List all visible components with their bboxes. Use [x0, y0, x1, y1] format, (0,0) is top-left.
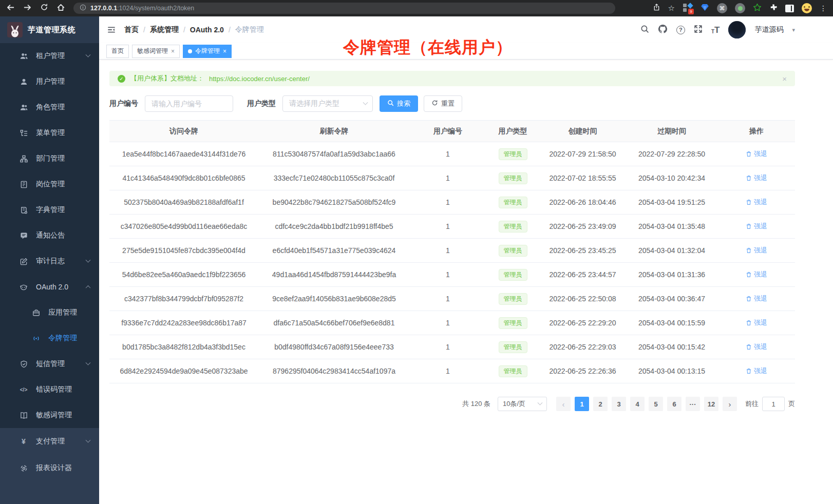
command-extension-icon[interactable]: ⌘	[717, 3, 727, 13]
doc-link[interactable]: https://doc.iocoder.cn/user-center/	[209, 75, 310, 83]
force-logout-button[interactable]: 强退	[746, 270, 767, 279]
app-logo-bar[interactable]: 芋道管理系统	[0, 16, 99, 43]
sidebar-item-pay[interactable]: ¥ 支付管理	[0, 428, 99, 455]
green-star-extension-icon[interactable]	[753, 3, 762, 14]
bookmark-star-icon[interactable]: ☆	[668, 4, 675, 13]
sidebar-item-oauth2[interactable]: OAuth 2.0	[0, 274, 99, 300]
side-panel-icon[interactable]	[785, 5, 794, 12]
collapse-sidebar-icon[interactable]	[107, 26, 116, 34]
extension-grid-icon[interactable]: 9	[683, 3, 693, 13]
page-button-12[interactable]: 12	[704, 397, 718, 411]
forward-icon[interactable]	[23, 3, 32, 14]
breadcrumb-system[interactable]: 系统管理	[150, 25, 179, 34]
sidebar-item-audit-log[interactable]: 审计日志	[0, 248, 99, 274]
table-row: 41c41346a548490f9dc8b01c6bfe0865 333ecfc…	[109, 166, 795, 190]
sidebar-item-oauth-app[interactable]: 应用管理	[0, 300, 99, 325]
page-size-select[interactable]: 10条/页	[498, 397, 547, 411]
puzzle-extensions-icon[interactable]	[769, 3, 778, 13]
home-icon[interactable]	[56, 3, 65, 14]
user-id-cell: 1	[410, 215, 486, 239]
back-icon[interactable]	[6, 3, 15, 14]
sidebar-item-post[interactable]: 岗位管理	[0, 171, 99, 197]
github-icon[interactable]	[658, 24, 668, 36]
tab-home[interactable]: 首页	[106, 45, 129, 58]
sidebar-item-dict[interactable]: 字典管理	[0, 197, 99, 223]
sidebar-item-menu[interactable]: 菜单管理	[0, 120, 99, 146]
page-button-6[interactable]: 6	[667, 397, 681, 411]
search-button[interactable]: 搜索	[380, 95, 418, 112]
breadcrumb-current: 令牌管理	[235, 25, 264, 34]
sidebar-item-role[interactable]: 角色管理	[0, 94, 99, 120]
force-logout-button[interactable]: 强退	[746, 342, 767, 352]
access-token-cell: b0d1785bc3a8482f812db4a3f3bd15ec	[109, 335, 258, 359]
force-logout-button[interactable]: 强退	[746, 149, 767, 159]
force-logout-label: 强退	[754, 246, 767, 255]
font-size-icon[interactable]: TT	[711, 26, 720, 34]
page-button-1[interactable]: 1	[575, 397, 589, 411]
url-path: :1024/system/oauth2/token	[117, 5, 194, 12]
gem-extension-icon[interactable]	[701, 4, 709, 13]
col-expires: 过期时间	[626, 121, 718, 142]
next-page-button[interactable]: ›	[723, 397, 737, 411]
sidebar-item-sms[interactable]: 短信管理	[0, 351, 99, 377]
tab-sensitive-word[interactable]: 敏感词管理 ×	[132, 45, 180, 58]
force-logout-button[interactable]: 强退	[746, 294, 767, 303]
fullscreen-icon[interactable]	[694, 25, 703, 35]
breadcrumb-home[interactable]: 首页	[124, 25, 139, 34]
page-button-5[interactable]: 5	[649, 397, 663, 411]
close-icon[interactable]: ×	[171, 48, 175, 55]
force-logout-label: 强退	[754, 294, 767, 303]
force-logout-button[interactable]: 强退	[746, 318, 767, 327]
avatar[interactable]	[728, 21, 746, 38]
force-logout-label: 强退	[754, 222, 767, 231]
sidebar-item-token[interactable]: 令牌管理	[0, 325, 99, 351]
user-id-input[interactable]	[145, 95, 233, 112]
browser-toolbar: 127.0.0.1:1024/system/oauth2/token ☆ 9 ⌘…	[0, 0, 833, 16]
sidebar-item-report-designer[interactable]: 报表设计器	[0, 455, 99, 481]
sidebar-item-label: 菜单管理	[36, 128, 65, 138]
alert-close-icon[interactable]: ×	[782, 74, 787, 83]
force-logout-button[interactable]: 强退	[746, 173, 767, 183]
caret-down-icon[interactable]: ▾	[792, 27, 795, 33]
tab-token[interactable]: 令牌管理 ×	[183, 45, 232, 58]
sidebar-item-notice[interactable]: 通知公告	[0, 223, 99, 248]
expires-cell: 2054-03-04 19:51:25	[626, 190, 718, 215]
page-button-2[interactable]: 2	[593, 397, 608, 411]
breadcrumb: 首页 / 系统管理 / OAuth 2.0 / 令牌管理	[124, 25, 264, 34]
goto-page-input[interactable]	[762, 397, 785, 411]
page-button-4[interactable]: 4	[630, 397, 645, 411]
force-logout-label: 强退	[754, 342, 767, 352]
reset-button[interactable]: 重置	[424, 95, 462, 112]
reload-icon[interactable]	[40, 3, 48, 13]
breadcrumb-separator: /	[229, 26, 231, 34]
trash-icon	[746, 320, 752, 326]
browser-menu-icon[interactable]: ⋮	[820, 4, 827, 12]
sidebar-item-user[interactable]: 用户管理	[0, 69, 99, 94]
emoji-profile-icon[interactable]	[802, 3, 812, 13]
close-icon[interactable]: ×	[223, 48, 226, 55]
pages-ellipsis-button[interactable]: ···	[686, 397, 700, 411]
search-icon[interactable]	[640, 25, 649, 35]
record-extension-icon[interactable]	[735, 3, 745, 13]
force-logout-button[interactable]: 强退	[746, 222, 767, 231]
site-info-icon[interactable]	[80, 4, 86, 12]
force-logout-button[interactable]: 强退	[746, 198, 767, 207]
sidebar-item-dept[interactable]: 部门管理	[0, 146, 99, 171]
force-logout-button[interactable]: 强退	[746, 366, 767, 376]
page-button-3[interactable]: 3	[612, 397, 626, 411]
refresh-token-cell: 49d1aa46d1454fbd87591444423be9fa	[258, 263, 410, 287]
access-token-cell: 41c41346a548490f9dc8b01c6bfe0865	[109, 166, 258, 190]
share-icon[interactable]	[653, 3, 660, 13]
sidebar-item-errcode[interactable]: </> 错误码管理	[0, 377, 99, 402]
user-type-select[interactable]: 请选择用户类型	[282, 95, 373, 112]
help-icon[interactable]: ?	[676, 26, 685, 34]
sidebar-item-tenant[interactable]: 租户管理	[0, 43, 99, 69]
sidebar-item-sensitive-word[interactable]: 敏感词管理	[0, 402, 99, 428]
breadcrumb-oauth2[interactable]: OAuth 2.0	[190, 26, 224, 34]
prev-page-button[interactable]: ‹	[556, 397, 571, 411]
user-name[interactable]: 芋道源码	[754, 25, 783, 34]
expires-cell: 2054-03-04 01:35:48	[626, 215, 718, 239]
address-bar[interactable]: 127.0.0.1:1024/system/oauth2/token	[73, 3, 615, 14]
force-logout-button[interactable]: 强退	[746, 246, 767, 255]
tab-label: 令牌管理	[195, 47, 220, 55]
